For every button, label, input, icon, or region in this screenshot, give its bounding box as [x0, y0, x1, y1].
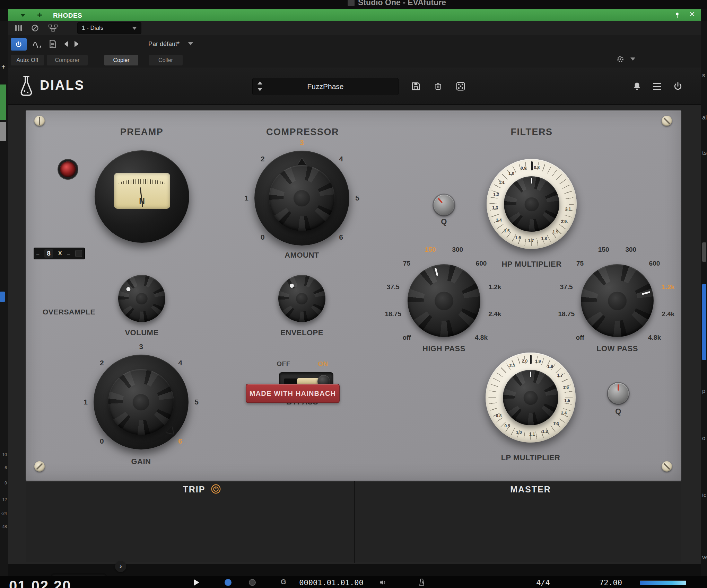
preset-name[interactable]: FuzzPhase	[307, 82, 343, 91]
meter-scale-number: 0	[0, 481, 7, 485]
dial-scale-label: 1.3	[492, 205, 498, 210]
gain-knob[interactable]	[94, 355, 189, 449]
preset-caret[interactable]	[188, 42, 193, 45]
dial-scale-label: 4.8k	[648, 334, 661, 341]
dial-scale-label: 1.2k	[662, 283, 674, 291]
amount-knob[interactable]	[254, 151, 349, 246]
left-edge-panel: + 10 6 0 -12 -24 -48	[0, 21, 8, 576]
compare-button[interactable]: Comparer	[47, 55, 88, 65]
copy-button[interactable]: Copier	[104, 55, 138, 65]
dial-scale-label: 1.6	[515, 235, 521, 240]
tempo-display[interactable]: 72.00	[599, 578, 622, 587]
left-blue-button[interactable]	[0, 292, 5, 302]
layout-icon[interactable]	[14, 24, 23, 32]
close-icon[interactable]: ×	[689, 9, 695, 20]
time-signature-display[interactable]: 4/4	[536, 578, 550, 587]
dial-scale-label: 0.8	[534, 165, 540, 170]
background-window-strip: Studio One - EVAfuture	[0, 0, 707, 9]
lp-q-label: Q	[615, 407, 621, 416]
dial-scale-label: 1.2	[493, 192, 499, 197]
screw	[34, 461, 45, 472]
dial-scale-label: 5	[194, 398, 199, 406]
next-preset-button[interactable]	[75, 41, 79, 47]
add-tab-button[interactable]: +	[37, 10, 42, 20]
left-add-icon[interactable]: +	[1, 63, 6, 71]
notifications-bell-icon[interactable]	[631, 80, 643, 92]
monitor-circle-icon[interactable]	[249, 579, 256, 586]
save-preset-icon[interactable]	[410, 80, 422, 92]
bypass-all-icon[interactable]	[31, 24, 39, 32]
right-scroll-thumb[interactable]	[702, 284, 706, 360]
delete-preset-icon[interactable]	[432, 80, 444, 92]
oversample-times: X	[58, 250, 62, 257]
compare-toolbar: Auto: Off Comparer Copier Coller	[8, 53, 701, 68]
preset-file-icon[interactable]	[49, 39, 56, 48]
prev-preset-button[interactable]	[64, 41, 68, 47]
meter-scale-number: 10	[0, 452, 7, 457]
dial-scale-label: 1.0	[516, 430, 522, 435]
preset-display[interactable]: FuzzPhase	[252, 78, 399, 95]
dial-scale-label: 18.75	[558, 310, 575, 318]
envelope-knob[interactable]	[278, 275, 325, 322]
edge-text: o	[702, 435, 705, 442]
transport-bar: 01.02.20 G 00001.01.01.00 4/4 72.00	[0, 576, 707, 588]
settings-caret[interactable]	[630, 57, 635, 61]
right-scroll-track[interactable]	[702, 242, 706, 262]
transport-time[interactable]: 01.02.20	[9, 578, 71, 588]
lp-q-knob[interactable]	[608, 383, 629, 404]
record-circle-icon[interactable]	[225, 579, 232, 586]
trip-power-icon[interactable]	[211, 484, 221, 494]
oversample-button[interactable]	[75, 250, 82, 257]
gear-icon[interactable]	[616, 55, 625, 64]
edge-text: ve	[702, 554, 707, 561]
high-pass-knob[interactable]	[408, 264, 480, 337]
hp-q-knob[interactable]	[434, 195, 454, 215]
paste-button[interactable]: Coller	[149, 55, 183, 65]
dial-scale-label: 1.5	[564, 398, 570, 403]
preset-selector[interactable]: Par défaut*	[148, 41, 180, 48]
speaker-icon[interactable]	[379, 578, 387, 587]
dial-scale-label: 75	[576, 260, 584, 267]
low-pass-knob[interactable]	[581, 264, 654, 337]
dial-scale-label: 2.4k	[662, 310, 674, 318]
channel-selector[interactable]: 1 - Dials	[77, 22, 141, 34]
screw	[34, 116, 45, 126]
preset-up-icon[interactable]	[258, 81, 262, 84]
dial-scale-label: 1.0	[508, 171, 514, 176]
position-display[interactable]: 00001.01.01.00	[299, 578, 363, 587]
app-icon	[348, 0, 355, 6]
dial-scale-label: 6	[339, 233, 343, 241]
hp-multiplier-knob[interactable]	[487, 159, 577, 249]
dial-scale-label: 1.5	[504, 229, 510, 233]
dial-scale-label: 3	[300, 139, 304, 147]
tab-title[interactable]: RHODES	[53, 12, 82, 19]
preset-toolbar: Par défaut*	[8, 35, 701, 53]
lp-multiplier-knob[interactable]	[486, 353, 576, 443]
power-icon[interactable]	[672, 80, 684, 92]
metronome-icon[interactable]	[418, 578, 426, 586]
edge-text: ts	[702, 150, 707, 157]
menu-icon[interactable]	[651, 80, 663, 92]
bottom-section: TRIP WAVE ♪ SPEED VOL HPF HPQ	[26, 481, 681, 562]
dial-scale-label: 1.7	[528, 238, 534, 243]
edge-text: al	[702, 114, 707, 121]
master-section-title: MASTER	[510, 484, 551, 495]
play-icon[interactable]	[194, 579, 199, 586]
auto-off-button[interactable]: Auto: Off	[11, 55, 44, 65]
oversample-display[interactable]: – 8 X –	[34, 248, 85, 259]
routing-icon[interactable]	[48, 24, 58, 32]
randomize-dice-icon[interactable]	[455, 80, 466, 92]
volume-knob[interactable]	[118, 275, 165, 322]
pin-icon[interactable]	[673, 11, 681, 19]
tempo-sync-icon[interactable]: ♪	[115, 561, 126, 572]
vu-meter-face: N	[114, 173, 170, 209]
preset-down-icon[interactable]	[258, 88, 262, 91]
automation-icon[interactable]	[32, 40, 43, 48]
plugin-active-button[interactable]	[11, 38, 27, 51]
dial-scale-label: 150	[598, 246, 609, 253]
dial-scale-label: 1.2k	[488, 283, 501, 291]
tab-collapse-caret[interactable]	[20, 14, 25, 17]
made-with-hainbach-badge[interactable]: MADE WITH HAINBACH	[246, 384, 340, 403]
dial-scale-label: 2.4k	[488, 310, 501, 318]
dial-scale-label: 75	[403, 260, 410, 267]
